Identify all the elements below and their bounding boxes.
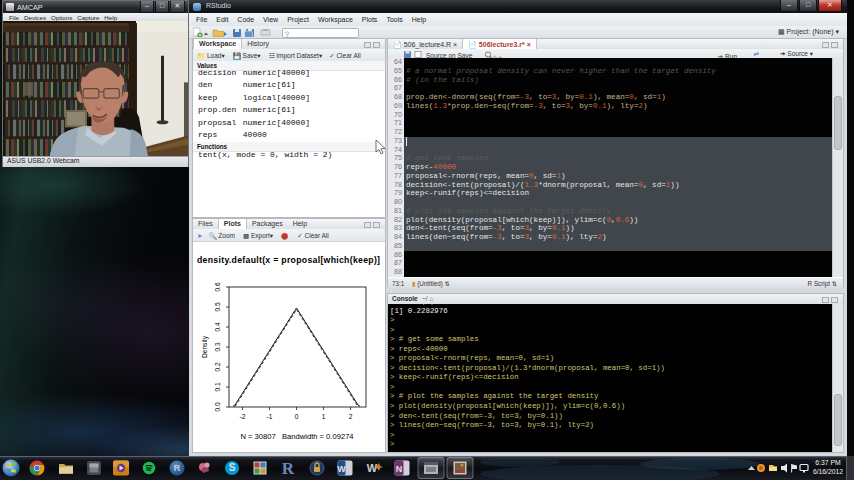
svg-text:0.3: 0.3: [214, 342, 221, 351]
svg-text:0.0: 0.0: [214, 402, 221, 411]
svg-text:0.5: 0.5: [214, 302, 221, 311]
svg-text:-1: -1: [267, 413, 273, 420]
svg-text:-2: -2: [240, 413, 246, 420]
svg-text:density.default(x = proposal[w: density.default(x = proposal[which(keep)…: [197, 255, 380, 265]
svg-text:0.2: 0.2: [214, 362, 221, 371]
svg-text:0.6: 0.6: [214, 282, 221, 291]
svg-text:1: 1: [322, 413, 326, 420]
svg-text:0.1: 0.1: [214, 382, 221, 391]
svg-text:0: 0: [295, 413, 299, 420]
svg-text:N = 30807 Bandwidth = 0.0927: N = 30807 Bandwidth = 0.09274: [240, 432, 353, 441]
svg-text:0.4: 0.4: [214, 322, 221, 331]
svg-text:Density: Density: [201, 335, 209, 358]
svg-text:2: 2: [349, 413, 353, 420]
